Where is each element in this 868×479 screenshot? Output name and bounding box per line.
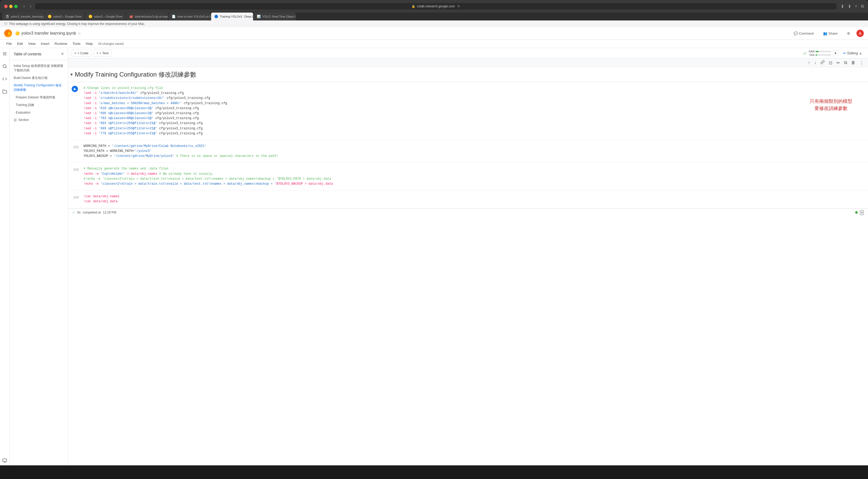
- back-button[interactable]: ‹: [22, 3, 26, 9]
- warning-text: This webpage is using significant energy…: [9, 22, 145, 26]
- user-avatar[interactable]: A: [857, 30, 864, 37]
- cell-number-13: [13]: [70, 166, 80, 173]
- share-icon[interactable]: ⬆: [848, 4, 851, 9]
- run-btn-area-13: [13]: [68, 165, 82, 173]
- cell-row-14: [14] !cat data/obj.names !cat data/obj.d…: [68, 193, 868, 206]
- menu-runtime[interactable]: Runtime: [53, 41, 69, 47]
- comment-label: Comment: [799, 32, 814, 35]
- tab-yolov3-drive-1[interactable]: 🟡 yolov3 – Google Drive: [44, 12, 85, 21]
- toc-section-add[interactable]: ⊞ Section: [9, 116, 68, 124]
- notebook-toolbar: + + Code + + Text: [68, 48, 868, 59]
- notebook-area: Table of contents × Initial Setup 檢查硬體支援…: [0, 48, 868, 465]
- tab-yolo-realtime[interactable]: 📊 YOLO: Real-Time Object De...: [254, 12, 296, 21]
- code-content-14[interactable]: !cat data/obj.names !cat data/obj.data: [82, 193, 868, 206]
- code-line-4: !sed -i 's/max_batches = 500200/max_batc…: [84, 102, 182, 105]
- move-down-button[interactable]: ↓: [813, 60, 817, 66]
- copy-button[interactable]: ⧉: [843, 60, 848, 66]
- status-close-button[interactable]: ✕: [860, 210, 864, 215]
- toc-icon[interactable]: [1, 50, 8, 58]
- share-button[interactable]: 👥 Share: [820, 30, 841, 37]
- disk-label: Disk: [809, 54, 814, 57]
- toolbar-right: RAM Disk ▾ ✏ Editing ▲: [803, 50, 865, 57]
- sidebar-close-button[interactable]: ×: [61, 51, 64, 57]
- menu-bar: File Edit View Insert Runtime Tools Help…: [0, 40, 868, 48]
- code-icon[interactable]: [1, 75, 8, 82]
- ram-dropdown-button[interactable]: ▾: [833, 50, 838, 56]
- code-content-13[interactable]: # Manually generate the names and .data …: [82, 165, 868, 188]
- toc-list: Initial Setup 檢查硬體支援 掛載硬碟 下載程式碼 Build Da…: [9, 60, 68, 126]
- reload-icon[interactable]: ↻: [457, 4, 460, 8]
- collapse-icon[interactable]: ▾: [70, 72, 73, 77]
- fullscreen-button[interactable]: [14, 5, 18, 8]
- status-check-icon: ✓: [72, 211, 75, 214]
- toc-item-training[interactable]: Training 訓練: [9, 101, 68, 109]
- toc-item-build-darket[interactable]: Build Darket 產生執行檔: [9, 74, 68, 82]
- address-bar[interactable]: 🔒 colab.research.google.com ↻: [35, 3, 836, 9]
- menu-tools[interactable]: Tools: [70, 41, 83, 47]
- menu-insert[interactable]: Insert: [39, 41, 52, 47]
- edit-button[interactable]: ✏: [835, 60, 841, 66]
- move-up-button[interactable]: ↑: [807, 60, 811, 66]
- toc-item-initial-setup[interactable]: Initial Setup 檢查硬體支援 掛載硬碟 下載程式碼: [9, 62, 68, 74]
- tab-howto[interactable]: 📄 How to train YOLOv3 on th...: [168, 12, 211, 21]
- share-label: Share: [828, 32, 838, 35]
- tab-favicon-3: 🟡: [89, 15, 92, 19]
- run-button-1[interactable]: ▶: [72, 86, 78, 92]
- close-button[interactable]: [4, 5, 8, 8]
- more-button[interactable]: ⋮: [859, 60, 865, 66]
- tab-darknet[interactable]: 🐙 darknet/yolov3.cfg at mast...: [126, 12, 168, 21]
- menu-view[interactable]: View: [26, 41, 37, 47]
- minimize-button[interactable]: [9, 5, 12, 8]
- plus-code-icon: +: [74, 51, 76, 55]
- menu-edit[interactable]: Edit: [15, 41, 25, 47]
- section-label: Section: [19, 118, 29, 122]
- notebook-title: 🟡 yolov3 transfer learning.ipynb ☆: [15, 31, 81, 36]
- pencil-icon: ✏: [843, 51, 846, 55]
- link-button[interactable]: [819, 60, 826, 66]
- editing-button[interactable]: ✏ Editing ▲: [840, 50, 865, 57]
- tab-favicon-4: 🐙: [129, 15, 133, 19]
- menu-file[interactable]: File: [4, 41, 14, 47]
- forward-button[interactable]: ›: [28, 3, 33, 9]
- topbar-actions: 💬 Comment 👥 Share ⚙ A: [790, 30, 864, 37]
- settings-button[interactable]: ⚙: [844, 30, 853, 37]
- code-content-12[interactable]: WORKING_PATH = '/content/gdrive/MyDrive/…: [82, 142, 868, 161]
- add-text-button[interactable]: + + Text: [93, 49, 111, 57]
- cell-number-14: [14]: [70, 194, 80, 200]
- comment-button[interactable]: 💬 Comment: [790, 30, 817, 37]
- code-cell-12: [12] WORKING_PATH = '/content/gdrive/MyD…: [68, 140, 868, 163]
- add-code-button[interactable]: + + Code: [71, 49, 91, 57]
- expand-button[interactable]: ⊡: [828, 60, 833, 66]
- drive-icon: 🟡: [15, 31, 20, 35]
- code-line-10: !sed -i '776 s@filters=255@filters=21@': [84, 132, 157, 135]
- toc-item-prepare-dataset[interactable]: Prepare Dataset 準備資料集: [9, 94, 68, 101]
- colab-icon: [4, 29, 12, 37]
- tab-yolov3-notebook[interactable]: 📓 yolov3_transfer_learning.ip...: [2, 12, 44, 21]
- svg-line-6: [5, 67, 6, 68]
- folder-icon[interactable]: [1, 88, 8, 95]
- new-tab-icon[interactable]: +: [855, 4, 857, 9]
- colab-logo[interactable]: [4, 29, 12, 37]
- star-icon[interactable]: ☆: [78, 31, 81, 35]
- tab-favicon-6: 🔵: [214, 15, 218, 19]
- code-line-5: !sed -i '610 s@classes=80@classes=2@': [84, 106, 153, 110]
- toc-item-modify-training[interactable]: Modify Training Configuration 修改訓練參數: [9, 81, 68, 94]
- code-line-3: !sed -i 's/subdivisions=1/subdivisions=1…: [84, 96, 165, 100]
- delete-button[interactable]: 🗑: [850, 60, 857, 66]
- tabs-icon[interactable]: ⧉: [861, 4, 864, 9]
- tab-yolov3-drive-2[interactable]: 🟡 yolov3 – Google Drive: [85, 12, 125, 21]
- ram-bar: [815, 51, 831, 52]
- sidebar-header: Table of contents ×: [9, 48, 68, 60]
- toc-item-evaluation[interactable]: Evaluation: [9, 109, 68, 116]
- status-timestamp: 12:29 PM: [103, 211, 116, 214]
- code-content-1[interactable]: # Change lines in yolov3_training.cfg fi…: [82, 84, 868, 138]
- add-section-icon: ⊞: [14, 118, 17, 122]
- code-comment-1: # Change lines in yolov3_training.cfg fi…: [84, 86, 163, 90]
- search-icon[interactable]: [1, 63, 8, 70]
- terminal-icon[interactable]: [1, 456, 8, 463]
- tab-training-active[interactable]: 🔵 Training YOLOv3 : Deep Le...: [211, 12, 253, 21]
- menu-help[interactable]: Help: [84, 41, 95, 47]
- status-bar: ✓ 0s completed at 12:29 PM ✕: [68, 208, 868, 217]
- download-icon[interactable]: ⬇: [841, 4, 844, 9]
- status-completed-label: completed at: [83, 211, 101, 214]
